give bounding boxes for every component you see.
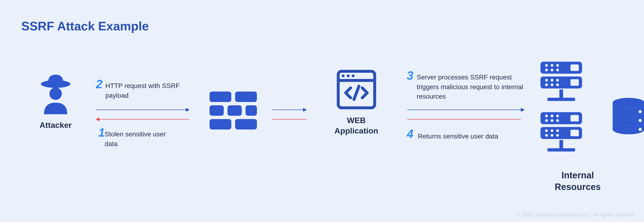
svg-point-45 bbox=[550, 129, 553, 132]
arrow-webapp-to-firewall bbox=[272, 119, 306, 120]
svg-point-27 bbox=[550, 79, 553, 82]
svg-point-52 bbox=[638, 110, 642, 113]
svg-point-21 bbox=[556, 64, 559, 67]
servers-node bbox=[538, 62, 585, 158]
arrow-head-right-3 bbox=[521, 108, 525, 112]
attacker-node: Attacker bbox=[31, 72, 80, 130]
svg-point-41 bbox=[550, 119, 553, 122]
server-icon-2 bbox=[538, 112, 584, 158]
svg-rect-17 bbox=[559, 89, 563, 99]
svg-point-37 bbox=[545, 115, 548, 118]
svg-point-51 bbox=[613, 98, 644, 108]
svg-point-40 bbox=[545, 119, 548, 122]
step-4-number: 4 bbox=[407, 127, 414, 141]
arrow-internal-to-webapp bbox=[407, 119, 521, 120]
svg-point-24 bbox=[556, 69, 559, 71]
svg-rect-2 bbox=[210, 91, 231, 102]
svg-point-12 bbox=[342, 74, 344, 77]
svg-point-30 bbox=[550, 83, 553, 86]
arrow-head-right bbox=[186, 108, 190, 112]
server-icon bbox=[538, 62, 584, 108]
svg-point-26 bbox=[545, 79, 548, 82]
svg-point-13 bbox=[346, 74, 350, 77]
svg-rect-6 bbox=[246, 105, 257, 116]
internal-label-line1: Internal bbox=[561, 170, 594, 180]
svg-rect-50 bbox=[570, 130, 579, 136]
step-2-number: 2 bbox=[96, 77, 102, 91]
svg-point-29 bbox=[545, 83, 548, 86]
webapp-label-line2: Application bbox=[334, 126, 378, 135]
firewall-node bbox=[208, 91, 258, 130]
svg-point-39 bbox=[556, 115, 559, 118]
svg-rect-18 bbox=[548, 98, 575, 101]
svg-point-54 bbox=[638, 128, 642, 131]
database-node bbox=[608, 97, 644, 138]
internal-label-line2: Resources bbox=[555, 182, 601, 192]
svg-line-11 bbox=[354, 86, 359, 100]
webapp-icon bbox=[336, 69, 377, 110]
svg-point-38 bbox=[550, 115, 553, 118]
webapp-label: WEB Application bbox=[326, 115, 387, 136]
svg-point-22 bbox=[545, 69, 548, 71]
svg-rect-5 bbox=[228, 105, 242, 116]
svg-rect-36 bbox=[548, 148, 575, 152]
svg-point-46 bbox=[556, 129, 559, 132]
step-1-number: 1 bbox=[98, 126, 105, 140]
svg-point-28 bbox=[556, 79, 559, 82]
svg-rect-4 bbox=[210, 105, 224, 116]
arrow-firewall-to-attacker bbox=[100, 119, 190, 120]
arrow-firewall-to-webapp bbox=[272, 109, 303, 110]
svg-rect-43 bbox=[570, 115, 579, 122]
svg-rect-35 bbox=[559, 140, 563, 149]
svg-point-20 bbox=[550, 64, 553, 67]
svg-point-31 bbox=[556, 83, 559, 86]
svg-rect-32 bbox=[570, 79, 579, 86]
svg-rect-8 bbox=[235, 119, 257, 130]
svg-rect-3 bbox=[235, 91, 257, 102]
arrow-webapp-to-internal bbox=[407, 109, 521, 110]
svg-point-49 bbox=[556, 134, 559, 137]
svg-point-42 bbox=[556, 119, 559, 122]
step-4-text: Returns sensitive user data bbox=[418, 132, 524, 141]
step-3-text: Server processes SSRF request triggers m… bbox=[417, 73, 528, 101]
svg-rect-25 bbox=[570, 64, 579, 71]
step-3-number: 3 bbox=[407, 69, 414, 82]
attacker-label: Attacker bbox=[31, 120, 80, 130]
svg-point-48 bbox=[550, 134, 553, 137]
svg-point-44 bbox=[545, 129, 548, 132]
svg-point-53 bbox=[638, 119, 642, 122]
copyright: © 2023, Lemberg Solutions LLC. All right… bbox=[516, 211, 634, 218]
svg-point-47 bbox=[545, 134, 548, 137]
svg-point-1 bbox=[50, 87, 62, 100]
database-icon bbox=[611, 97, 644, 138]
arrow-attacker-to-firewall bbox=[96, 109, 186, 110]
webapp-label-line1: WEB bbox=[347, 116, 366, 125]
firewall-icon bbox=[210, 91, 257, 130]
svg-rect-7 bbox=[210, 119, 231, 130]
svg-point-14 bbox=[352, 74, 354, 77]
attacker-icon bbox=[36, 72, 76, 115]
step-1-text: Stolen sensitive user data bbox=[105, 130, 176, 149]
webapp-node: WEB Application bbox=[326, 69, 387, 136]
step-2-text: HTTP request with SSRF payload bbox=[105, 81, 186, 100]
svg-point-23 bbox=[550, 69, 553, 71]
arrow-head-right-2 bbox=[303, 108, 307, 112]
arrow-head-left bbox=[96, 118, 100, 121]
svg-point-19 bbox=[545, 64, 548, 67]
internal-resources-label: Internal Resources bbox=[535, 170, 620, 193]
diagram-title: SSRF Attack Example bbox=[21, 19, 149, 33]
